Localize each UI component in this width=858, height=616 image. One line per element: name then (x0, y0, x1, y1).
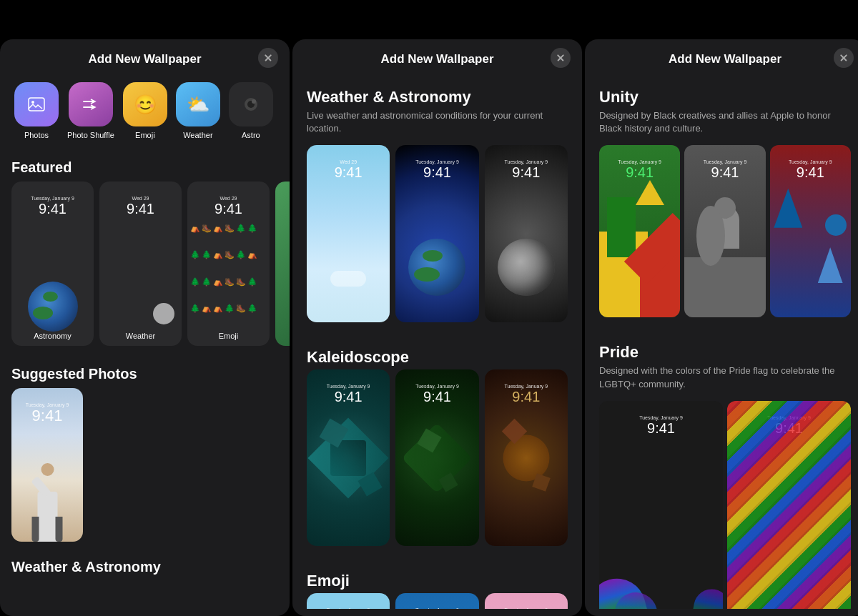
unity-card-green[interactable]: Tuesday, January 9 9:41 (599, 145, 680, 317)
weather-earth-card[interactable]: Tuesday, January 9 9:41 (395, 145, 478, 322)
featured-row: Tuesday, January 9 9:41 Astronomy Wed 29… (0, 182, 290, 346)
kc-card-3[interactable]: Tuesday, January 9 9:41 (485, 369, 568, 547)
pride-section: Pride Designed with the colors of the Pr… (585, 332, 858, 609)
weather-day-card[interactable]: Wed 29 9:41 (307, 145, 390, 322)
emoji-card-flowers[interactable]: Tuesday, January 9 9:41 🌸🌺🌸🌺 🌺🌸🌺🌸 🌸🌺🌸🌺 🌺… (485, 593, 568, 609)
unity-card-redblue[interactable]: Tuesday, January 9 9:41 (770, 145, 851, 317)
featured-weather[interactable]: Wed 29 9:41 Weather (99, 182, 182, 346)
bottom-section-label: Weather & Astronomy (0, 550, 290, 578)
shuffle-icon (69, 82, 113, 126)
pride-card-paint[interactable]: Tuesday, January 9 9:41 (599, 401, 723, 609)
center-panel-scroll[interactable]: Weather & Astronomy Live weather and ast… (292, 76, 582, 609)
left-close-button[interactable] (258, 48, 278, 68)
emoji-label-bottom: Emoji (187, 332, 270, 340)
weather-astronomy-title: Weather & Astronomy (307, 88, 568, 106)
weather-icon: ⛅ (176, 82, 220, 126)
emoji-icon: 😊 (123, 82, 167, 126)
emoji-card-animals[interactable]: Tuesday, January 9 9:41 🐝🌸🐝🌸 ☁️🌸🐝☁️ 🌸🐝☁️… (307, 593, 390, 609)
icon-item-astro[interactable]: Astro (229, 82, 273, 139)
emoji-wallpaper-grid: Tuesday, January 9 9:41 🐝🌸🐝🌸 ☁️🌸🐝☁️ 🌸🐝☁️… (307, 593, 568, 609)
icon-item-emoji[interactable]: 😊 Emoji (123, 82, 167, 139)
left-panel-header: Add New Wallpaper (0, 39, 290, 76)
suggested-heading: Suggested Photos (0, 357, 290, 388)
kaleidoscope-section: Kaleidoscope Tuesday, January 9 9:41 (292, 337, 582, 561)
center-panel-title: Add New Wallpaper (380, 52, 493, 66)
suggested-date: Tuesday, January 9 (11, 402, 83, 407)
emoji-featured-time: 9:41 (187, 201, 270, 217)
icon-item-shuffle[interactable]: Photo Shuffle (67, 82, 114, 139)
icon-item-photos[interactable]: Photos (14, 82, 59, 139)
kc-card-2[interactable]: Tuesday, January 9 9:41 (395, 369, 478, 547)
right-close-button[interactable] (834, 48, 854, 68)
right-panel: Add New Wallpaper Unity Designed by Blac… (585, 39, 858, 616)
suggested-title: Suggested Photos (11, 366, 137, 382)
pride-desc: Designed with the colors of the Pride fl… (599, 364, 851, 390)
weather-wallpaper-grid: Wed 29 9:41 Tuesday, January 9 9:41 (307, 145, 568, 322)
weather-label: Weather (183, 131, 212, 139)
emoji-category-section: Emoji Tuesday, January 9 9:41 🐝🌸🐝🌸 ☁️🌸🐝☁… (292, 560, 582, 609)
unity-section: Unity Designed by Black creatives and al… (585, 76, 858, 332)
right-panel-title: Add New Wallpaper (669, 52, 781, 66)
unity-thumbs-row: Tuesday, January 9 9:41 (599, 145, 851, 317)
weather-label-bottom: Weather (99, 332, 182, 340)
astro-icon (229, 82, 273, 126)
right-panel-header: Add New Wallpaper (585, 39, 858, 76)
photos-icon (14, 82, 59, 126)
pride-title: Pride (599, 343, 851, 362)
weather-featured-time: 9:41 (99, 201, 182, 217)
svg-point-4 (252, 99, 256, 104)
emoji-category-title: Emoji (307, 572, 568, 590)
suggested-photo-item[interactable]: Tuesday, January 9 9:41 (11, 388, 83, 542)
left-panel-title: Add New Wallpaper (88, 52, 201, 66)
featured-heading: Featured (0, 151, 290, 182)
emoji-label: Emoji (135, 131, 155, 139)
unity-card-gray[interactable]: Tuesday, January 9 9:41 (684, 145, 765, 317)
suggested-time: 9:41 (11, 407, 83, 424)
left-icon-row: Photos Photo Shuffle 😊 Emoji (0, 76, 290, 151)
pride-card-stripes[interactable]: Tuesday, January 9 9:41 (727, 401, 851, 609)
center-panel-header: Add New Wallpaper (292, 39, 582, 76)
icon-item-weather[interactable]: ⛅ Weather (176, 82, 220, 139)
center-close-button[interactable] (551, 48, 571, 68)
center-panel: Add New Wallpaper Weather & Astronomy Li… (292, 39, 582, 616)
pride-thumbs-row: Tuesday, January 9 9:41 Tuesd (599, 401, 851, 609)
kaleidoscope-title: Kaleidoscope (307, 348, 568, 367)
photos-label: Photos (24, 131, 49, 139)
emoji-card-fish[interactable]: Tuesday, January 9 9:41 🐟🐠🐡🐟 🐠🐡🐟🐠 🐡🐟🐠🐡 🐟… (395, 593, 478, 609)
astro-label-bottom: Astronomy (11, 332, 94, 340)
unity-title: Unity (599, 88, 851, 106)
weather-moon-card[interactable]: Tuesday, January 9 9:41 (485, 145, 568, 322)
kc-card-1[interactable]: Tuesday, January 9 9:41 (307, 369, 390, 547)
featured-emoji[interactable]: Wed 29 9:41 ⛺🥾⛺🥾 🌲🌲🌲🌲 ⛺🥾🌲⛺ 🌲🌲⛺🥾 🥾🌲🌲⛺ ⛺🌲🥾… (187, 182, 270, 346)
suggested-row: Tuesday, January 9 9:41 (0, 388, 290, 542)
weather-astronomy-section: Weather & Astronomy Live weather and ast… (292, 76, 582, 337)
featured-astronomy[interactable]: Tuesday, January 9 9:41 Astronomy (11, 182, 94, 346)
right-panel-scroll[interactable]: Unity Designed by Black creatives and al… (585, 76, 858, 609)
astro-time: 9:41 (11, 201, 94, 217)
astro-label: Astro (242, 131, 260, 139)
astro-date: Tuesday, January 9 (11, 196, 94, 201)
weather-astronomy-desc: Live weather and astronomical conditions… (307, 109, 568, 135)
featured-title: Featured (11, 159, 72, 175)
kaleidoscope-wallpaper-grid: Tuesday, January 9 9:41 Tuesday, Janua (307, 369, 568, 547)
emoji-featured-date: Wed 29 (187, 196, 270, 201)
unity-desc: Designed by Black creatives and allies a… (599, 109, 851, 135)
svg-point-1 (31, 101, 34, 104)
weather-featured-date: Wed 29 (99, 196, 182, 201)
shuffle-label: Photo Shuffle (67, 131, 114, 139)
left-panel: Add New Wallpaper Photos (0, 39, 290, 616)
featured-partial[interactable] (275, 182, 290, 346)
